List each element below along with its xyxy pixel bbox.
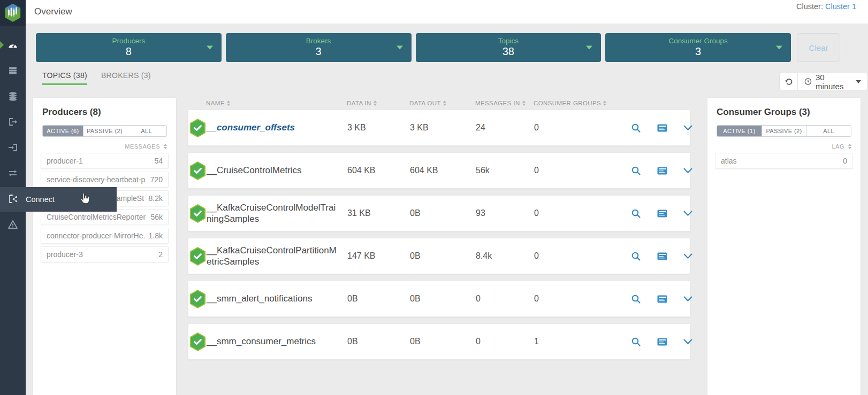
topic-name[interactable]: __KafkaCruiseControlPartitionMetricSampl… (207, 245, 347, 268)
explore-topic-button[interactable] (631, 166, 641, 176)
expand-row-button[interactable] (683, 211, 692, 216)
topic-profile-button[interactable] (657, 167, 667, 175)
topic-profile-button[interactable] (657, 252, 667, 260)
lag-column-header[interactable]: LAG (717, 143, 851, 150)
consumer-groups-value: 1 (534, 337, 631, 346)
producer-name: service-discovery-heartbeat-p... (47, 175, 146, 184)
column-header[interactable]: MESSAGES IN (475, 100, 534, 106)
table-row[interactable]: __CruiseControlMetrics 604 KB 604 KB 56k… (188, 152, 690, 189)
refresh-button[interactable] (780, 73, 798, 90)
topic-name[interactable]: __smm_consumer_metrics (207, 336, 347, 347)
chevron-down-icon[interactable] (776, 46, 782, 50)
sidebar-item-consumer-groups[interactable] (0, 135, 26, 160)
data-in-value: 3 KB (347, 123, 410, 133)
sidebar-item-topics[interactable] (0, 83, 26, 109)
producers-panel: Producers (8) ACTIVE (6) PASSIVE (2) ALL… (33, 98, 176, 395)
chevron-down-icon[interactable] (397, 46, 403, 50)
explore-topic-button[interactable] (631, 208, 641, 219)
sidebar-item-overview[interactable] (0, 32, 26, 58)
sort-icon (227, 100, 230, 106)
summary-card[interactable]: Producers 8 (36, 33, 222, 62)
producer-messages-count: 8.2k (149, 194, 163, 203)
brokers-icon (7, 65, 18, 76)
messages-column-header[interactable]: MESSAGES (42, 143, 167, 150)
topic-name[interactable]: __consumer_offsets (207, 122, 347, 133)
filter-button[interactable]: PASSIVE (2) (83, 126, 126, 136)
connect-tooltip-label: Connect (26, 195, 55, 204)
expand-row-button[interactable] (683, 168, 692, 174)
messages-in-value: 93 (476, 208, 534, 218)
summary-card[interactable]: Consumer Groups 3 (605, 33, 791, 62)
table-row[interactable]: __smm_consumer_metrics 0B 0B 0 1 (188, 323, 690, 360)
summary-card[interactable]: Topics 38 (416, 33, 601, 62)
topic-name[interactable]: __CruiseControlMetrics (207, 165, 347, 176)
data-in-value: 0B (347, 337, 410, 346)
chevron-down-icon[interactable] (207, 46, 213, 50)
card-value: 3 (605, 45, 791, 58)
clear-button[interactable]: Clear (797, 33, 840, 62)
producer-list-item[interactable]: producer-1 54 (41, 153, 169, 169)
producer-list-item[interactable]: producer-3 2 (41, 246, 169, 262)
producer-list-item[interactable]: service-discovery-heartbeat-p... 720 (41, 172, 169, 188)
explore-topic-button[interactable] (631, 294, 641, 304)
data-out-value: 0B (410, 337, 476, 346)
explore-topic-button[interactable] (631, 123, 641, 133)
topic-profile-button[interactable] (657, 295, 667, 303)
messages-in-value: 56k (476, 166, 534, 175)
column-header[interactable]: DATA OUT (409, 100, 475, 106)
gauge-icon (7, 40, 18, 50)
producer-list-item[interactable]: connector-producer-MirrorHe... 1.8k (41, 228, 169, 244)
sidebar-item-replication-flow[interactable] (0, 160, 26, 186)
topic-profile-button[interactable] (657, 338, 667, 346)
consumer-groups-panel: Consumer Groups (3) ACTIVE (1) PASSIVE (… (707, 98, 861, 395)
chevron-down-icon (683, 296, 692, 302)
app-logo[interactable] (0, 0, 26, 26)
filter-button[interactable]: PASSIVE (2) (762, 126, 807, 136)
card-label: Topics (416, 37, 601, 45)
card-value: 38 (416, 45, 601, 58)
tab[interactable]: BROKERS (3) (101, 71, 151, 85)
cluster-link[interactable]: Cluster 1 (825, 2, 856, 11)
data-out-value: 3 KB (410, 123, 476, 133)
filter-button[interactable]: ACTIVE (1) (717, 126, 762, 136)
topic-name[interactable]: __smm_alert_notifications (207, 293, 347, 304)
explore-topic-button[interactable] (631, 337, 641, 347)
expand-row-button[interactable] (683, 339, 692, 345)
topic-profile-button[interactable] (657, 124, 667, 132)
card-label: Producers (36, 37, 222, 45)
tab[interactable]: TOPICS (38) (42, 71, 87, 85)
filter-button[interactable]: ACTIVE (6) (43, 126, 83, 136)
top-bar: Overview Cluster:Cluster 1 (26, 0, 868, 24)
filter-button[interactable]: ALL (126, 126, 166, 136)
producer-name: producer-3 (47, 250, 154, 259)
consumer-group-list-item[interactable]: atlas 0 (715, 153, 853, 169)
table-row[interactable]: __consumer_offsets 3 KB 3 KB 24 0 (188, 110, 690, 146)
summary-card[interactable]: Brokers 3 (226, 33, 412, 62)
expand-row-button[interactable] (683, 253, 692, 259)
data-in-value: 0B (347, 294, 410, 304)
table-row[interactable]: __KafkaCruiseControlPartitionMetricSampl… (188, 238, 690, 274)
sidebar-item-brokers[interactable] (0, 58, 26, 83)
column-header[interactable]: CONSUMER GROUPS (534, 100, 630, 106)
sidebar-item-producers[interactable] (0, 109, 26, 135)
column-header[interactable]: DATA IN (347, 100, 409, 106)
filter-button[interactable]: ALL (806, 126, 851, 136)
time-range-label: 30 minutes (816, 73, 852, 90)
sidebar-item-alerts[interactable] (0, 212, 26, 237)
time-range-selector[interactable]: 30 minutes (798, 73, 867, 90)
topic-name[interactable]: __KafkaCruiseControlModelTrainingSamples (207, 202, 347, 225)
connect-tooltip[interactable]: Connect (0, 187, 117, 212)
healthy-status-icon (189, 204, 207, 223)
chevron-down-icon[interactable] (586, 46, 592, 50)
healthy-status-icon (189, 332, 207, 352)
producer-name: CruiseControlMetricsReporter (47, 213, 146, 221)
explore-topic-button[interactable] (631, 251, 641, 261)
topic-profile-button[interactable] (657, 210, 667, 218)
column-header[interactable]: NAME (188, 100, 347, 106)
table-row[interactable]: __smm_alert_notifications 0B 0B 0 0 (188, 281, 690, 317)
expand-row-button[interactable] (683, 296, 692, 302)
profile-card-icon (657, 210, 667, 218)
data-in-value: 604 KB (347, 166, 410, 175)
table-row[interactable]: __KafkaCruiseControlModelTrainingSamples… (188, 195, 690, 231)
expand-row-button[interactable] (683, 125, 692, 131)
